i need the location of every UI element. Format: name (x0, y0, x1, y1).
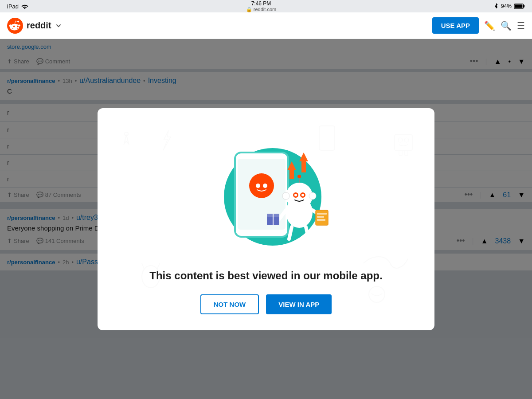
svg-point-20 (256, 184, 260, 188)
svg-point-27 (301, 194, 304, 196)
svg-point-5 (125, 132, 128, 136)
content-area: store.google.com ⬆ Share 💬 Comment ••• |… (0, 39, 532, 399)
svg-point-21 (263, 184, 267, 188)
not-now-button[interactable]: NOT NOW (200, 294, 259, 314)
svg-line-13 (142, 263, 144, 269)
device-name: iPad (7, 3, 19, 10)
modal-overlay: This content is best viewed in our mobil… (0, 39, 532, 399)
reddit-header: reddit USE APP ✏️ 🔍 ☰ (0, 12, 532, 39)
url-bar: 🔒 reddit.com (246, 7, 276, 12)
status-left: iPad (7, 3, 28, 10)
bluetooth-icon (494, 3, 498, 9)
svg-rect-33 (317, 213, 327, 215)
status-center: 7:46 PM 🔒 reddit.com (246, 0, 276, 12)
status-bar: iPad 7:46 PM 🔒 reddit.com 94% (0, 0, 532, 12)
svg-point-29 (297, 175, 301, 178)
use-app-button[interactable]: USE APP (432, 17, 479, 34)
svg-point-8 (398, 138, 403, 142)
edit-icon[interactable]: ✏️ (484, 20, 495, 31)
lock-icon: 🔒 (246, 7, 252, 12)
svg-rect-2 (524, 5, 524, 7)
modal-title: This content is best viewed in our mobil… (149, 270, 382, 282)
svg-rect-11 (405, 150, 408, 156)
app-prompt-modal: This content is best viewed in our mobil… (98, 108, 434, 330)
svg-rect-34 (317, 216, 324, 218)
modal-illustration (195, 126, 337, 259)
svg-point-26 (294, 194, 297, 196)
reddit-logo[interactable]: reddit (7, 18, 62, 34)
view-in-app-button[interactable]: VIEW IN APP (266, 294, 332, 314)
wifi-icon (21, 4, 28, 9)
svg-rect-7 (395, 135, 412, 150)
svg-point-23 (286, 183, 313, 209)
battery-icon (514, 4, 525, 9)
header-right: USE APP ✏️ 🔍 ☰ (432, 17, 525, 34)
svg-rect-3 (515, 4, 522, 8)
search-icon[interactable]: 🔍 (501, 20, 512, 31)
svg-rect-35 (317, 219, 325, 221)
battery-text: 94% (501, 3, 512, 9)
reddit-wordmark: reddit (27, 20, 51, 31)
svg-point-30 (282, 192, 289, 200)
status-right: 94% (494, 3, 525, 9)
svg-point-9 (404, 138, 409, 142)
svg-line-14 (157, 263, 160, 269)
modal-buttons: NOT NOW VIEW IN APP (200, 294, 332, 314)
chevron-down-icon[interactable] (55, 22, 62, 29)
menu-icon[interactable]: ☰ (517, 20, 525, 31)
reddit-logo-icon (7, 18, 23, 34)
svg-rect-10 (399, 150, 402, 156)
time: 7:46 PM (251, 0, 271, 7)
svg-point-31 (309, 192, 316, 200)
svg-point-15 (369, 286, 385, 302)
svg-point-0 (24, 8, 26, 9)
